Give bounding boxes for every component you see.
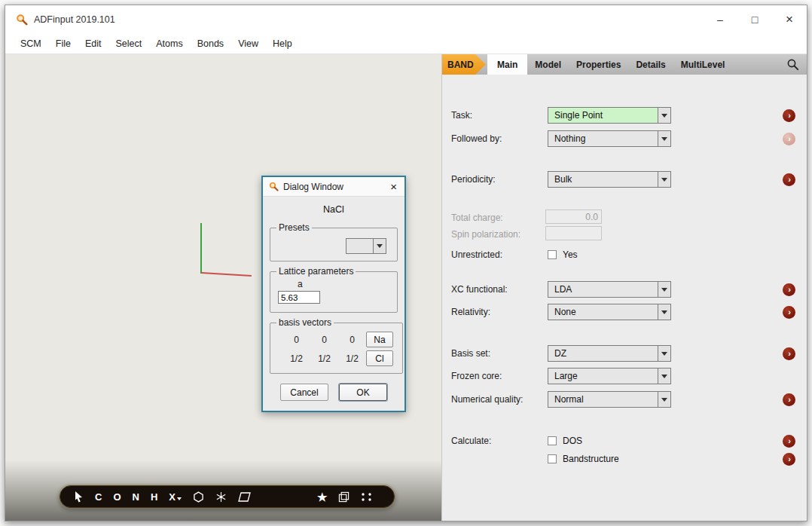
xc-functional-row: XC functional: LDA › xyxy=(442,281,807,298)
dropdown-arrow-icon[interactable] xyxy=(658,304,670,320)
app-window: ADFinput 2019.101 – □ × SCM File Edit Se… xyxy=(5,5,807,521)
xc-functional-detail-button[interactable]: › xyxy=(783,283,795,296)
dropdown-arrow-icon[interactable] xyxy=(658,392,670,407)
tab-main[interactable]: Main xyxy=(487,54,527,75)
followed-by-dropdown[interactable]: Nothing xyxy=(548,130,671,147)
search-icon[interactable] xyxy=(786,58,799,71)
spin-polarization-label: Spin polarization: xyxy=(451,229,520,240)
element-x-tool[interactable]: X xyxy=(169,492,182,502)
dialog-titlebar[interactable]: Dialog Window × xyxy=(263,177,404,197)
xc-functional-label: XC functional: xyxy=(451,284,508,295)
numerical-quality-dropdown[interactable]: Normal xyxy=(548,391,671,408)
close-button[interactable]: × xyxy=(772,5,807,34)
task-label: Task: xyxy=(451,110,472,121)
numerical-quality-detail-button[interactable]: › xyxy=(783,393,795,406)
basis-set-detail-button[interactable]: › xyxy=(783,347,795,360)
atom-na-button[interactable]: Na xyxy=(366,332,393,347)
menu-help[interactable]: Help xyxy=(273,38,292,49)
lattice-a-label: a xyxy=(298,279,392,289)
menu-select[interactable]: Select xyxy=(115,38,142,49)
frozen-core-row: Frozen core: Large xyxy=(442,368,807,384)
menu-atoms[interactable]: Atoms xyxy=(156,38,182,49)
task-detail-button[interactable]: › xyxy=(783,109,795,122)
bv-cell: 1/2 xyxy=(310,353,338,364)
presets-dropdown[interactable] xyxy=(346,238,386,254)
xc-functional-dropdown[interactable]: LDA xyxy=(548,281,671,298)
menu-scm[interactable]: SCM xyxy=(20,38,41,49)
task-dropdown[interactable]: Single Point xyxy=(548,107,671,124)
lattice-points-tool-icon[interactable] xyxy=(361,492,372,502)
app-logo-icon xyxy=(16,14,28,26)
relativity-label: Relativity: xyxy=(451,307,490,317)
tab-multilevel[interactable]: MultiLevel xyxy=(673,54,733,75)
ring-tool-icon[interactable] xyxy=(193,491,204,503)
relativity-row: Relativity: None › xyxy=(442,304,807,320)
bandstructure-checkbox[interactable] xyxy=(548,454,557,463)
bv-cell: 1/2 xyxy=(338,353,366,364)
presets-dropdown-arrow-icon[interactable] xyxy=(373,239,386,253)
menu-file[interactable]: File xyxy=(56,38,71,49)
tab-details[interactable]: Details xyxy=(628,54,673,75)
unrestricted-label: Unrestricted: xyxy=(451,249,502,260)
minimize-button[interactable]: – xyxy=(703,5,737,34)
tab-model[interactable]: Model xyxy=(527,54,569,75)
spin-polarization-row: Spin polarization: xyxy=(442,226,807,243)
unrestricted-option-label: Yes xyxy=(563,249,578,260)
pointer-tool-icon[interactable] xyxy=(74,491,84,503)
bv-cell: 0 xyxy=(310,335,338,345)
presets-legend: Presets xyxy=(276,222,312,233)
molecule-viewport[interactable]: C O N H X ★ xyxy=(5,54,441,521)
favorites-tool-icon[interactable]: ★ xyxy=(317,491,327,503)
tab-properties[interactable]: Properties xyxy=(569,54,628,75)
bandstructure-detail-button[interactable]: › xyxy=(783,453,795,466)
lattice-parameters-group: Lattice parameters a xyxy=(270,266,398,313)
dos-detail-button[interactable]: › xyxy=(783,435,795,448)
basis-vector-row: 1/2 1/2 1/2 Cl xyxy=(275,349,398,368)
dropdown-arrow-icon[interactable] xyxy=(658,108,670,123)
titlebar: ADFinput 2019.101 – □ × xyxy=(5,5,807,34)
unrestricted-checkbox[interactable] xyxy=(548,250,557,259)
total-charge-label: Total charge: xyxy=(451,213,503,223)
relativity-dropdown[interactable]: None xyxy=(548,304,671,320)
basis-set-label: Basis set: xyxy=(451,348,490,359)
periodicity-detail-button[interactable]: › xyxy=(783,173,795,186)
cancel-button[interactable]: Cancel xyxy=(280,384,328,401)
maximize-button[interactable]: □ xyxy=(737,5,772,34)
dropdown-arrow-icon[interactable] xyxy=(658,346,670,361)
basis-vectors-legend: basis vectors xyxy=(276,317,334,328)
carbon-tool[interactable]: C xyxy=(95,492,102,502)
dropdown-arrow-icon[interactable] xyxy=(658,369,670,384)
region-tool-icon[interactable] xyxy=(238,492,251,502)
axis-y-indicator xyxy=(200,223,202,274)
nitrogen-tool[interactable]: N xyxy=(133,492,139,502)
window-controls: – □ × xyxy=(703,5,807,34)
calculate-label: Calculate: xyxy=(451,436,491,446)
menu-edit[interactable]: Edit xyxy=(85,38,102,49)
menubar: SCM File Edit Select Atoms Bonds View He… xyxy=(5,34,807,54)
hydrogen-tool[interactable]: H xyxy=(151,492,157,502)
relativity-detail-button[interactable]: › xyxy=(783,306,795,319)
basis-set-dropdown[interactable]: DZ xyxy=(548,345,671,362)
ok-button[interactable]: OK xyxy=(339,384,387,401)
dos-checkbox[interactable] xyxy=(548,436,557,445)
lattice-a-input[interactable] xyxy=(278,291,320,304)
structure-tool-icon[interactable] xyxy=(215,491,227,503)
unrestricted-row: Unrestricted: Yes xyxy=(442,246,807,263)
frozen-core-dropdown[interactable]: Large xyxy=(548,368,671,384)
unit-cell-tool-icon[interactable] xyxy=(338,491,350,503)
followed-by-detail-button: › xyxy=(783,133,795,145)
dropdown-arrow-icon[interactable] xyxy=(658,172,670,187)
dropdown-arrow-icon[interactable] xyxy=(658,282,670,297)
dialog-close-icon[interactable]: × xyxy=(389,180,398,193)
dropdown-arrow-icon[interactable] xyxy=(658,131,670,146)
task-row: Task: Single Point › xyxy=(442,107,807,124)
menu-bonds[interactable]: Bonds xyxy=(197,38,224,49)
main-form: Task: Single Point › Followed by: Nothin… xyxy=(442,75,807,521)
dos-label: DOS xyxy=(563,436,582,446)
spin-polarization-input xyxy=(545,226,602,240)
oxygen-tool[interactable]: O xyxy=(113,492,121,502)
menu-view[interactable]: View xyxy=(238,38,258,49)
band-method-tag[interactable]: BAND xyxy=(442,54,486,75)
periodicity-dropdown[interactable]: Bulk xyxy=(548,171,671,188)
atom-cl-button[interactable]: Cl xyxy=(366,350,393,366)
